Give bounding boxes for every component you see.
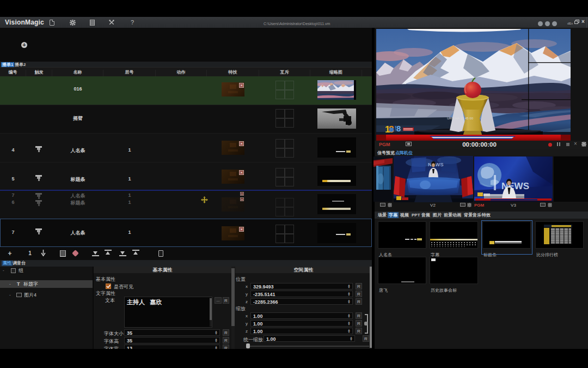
svg-text:URG HA 23 45 00: URG HA 23 45 00 xyxy=(447,117,474,120)
svg-text:NEWS: NEWS xyxy=(428,161,444,167)
svg-text:8: 8 xyxy=(396,124,401,133)
